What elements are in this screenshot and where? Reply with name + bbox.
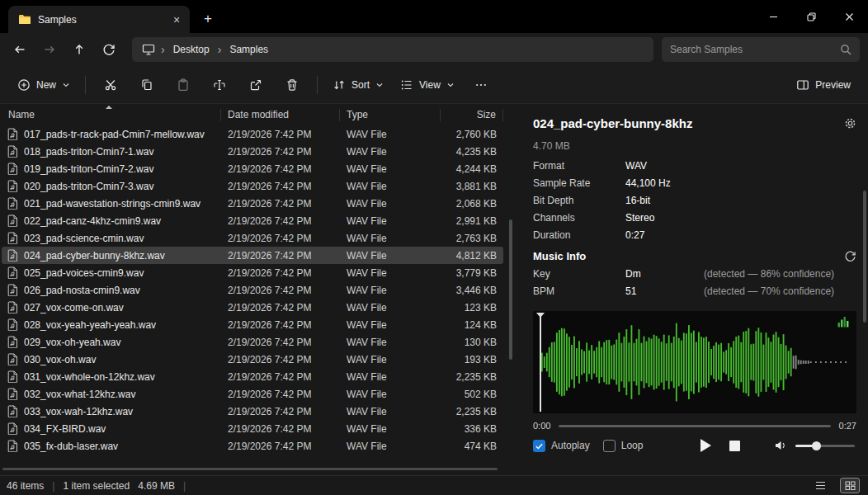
autoplay-label: Autoplay [551,440,590,451]
time-current: 0:00 [533,421,550,431]
main-area: Name Date modified Type Size 017_pads-tr… [0,104,868,475]
copy-button[interactable] [130,71,164,99]
file-row[interactable]: 023_pad-science-cmin.wav 2/19/2026 7:42 … [2,229,503,247]
file-row[interactable]: 034_FX-BIRD.wav 2/19/2026 7:42 PM WAV Fi… [2,420,503,437]
file-row[interactable]: 022_pad-canz-4khz-cmin9.wav 2/19/2026 7:… [2,212,503,229]
icons-view-button[interactable] [840,478,860,493]
file-type: WAV File [340,319,441,331]
file-row[interactable]: 028_vox-yeah-yeah-yeah.wav 2/19/2026 7:4… [2,316,503,333]
search-box[interactable] [662,37,860,62]
titlebar-drag-area [219,0,754,33]
refresh-button[interactable] [94,36,124,63]
file-row[interactable]: 024_pad-cyber-bunny-8khz.wav 2/19/2026 7… [2,247,503,264]
titlebar: Samples × + [0,0,868,33]
stop-button[interactable] [729,441,740,451]
column-header-type[interactable]: Type [340,109,441,121]
status-bar: 46 items | 1 item selected 4.69 MB | [0,475,868,495]
file-row[interactable]: 031_vox-whole-on-12khz.wav 2/19/2026 7:4… [2,368,503,385]
cut-button[interactable] [93,71,128,99]
column-header-date-modified[interactable]: Date modified [221,109,340,121]
chevron-down-icon [62,81,70,89]
explorer-window: Samples × + › [0,0,868,495]
share-button[interactable] [238,71,273,99]
loop-checkbox[interactable] [603,440,616,452]
explorer-tab[interactable]: Samples × [8,6,190,33]
tab-close-icon[interactable]: × [168,12,185,28]
file-size: 3,446 KB [441,285,503,296]
volume-slider[interactable] [795,445,855,447]
rename-icon [213,78,226,92]
file-row[interactable]: 020_pads-triton-Cmin7-3.wav 2/19/2026 7:… [2,177,503,195]
column-headers: Name Date modified Type Size [0,104,507,125]
forward-button[interactable] [35,36,64,63]
horizontal-scrollbar[interactable] [0,464,507,475]
autoplay-checkbox[interactable] [533,440,545,452]
file-type: WAV File [340,181,441,192]
volume-thumb[interactable] [812,441,821,450]
file-date-modified: 2/19/2026 7:42 PM [221,423,340,435]
sort-button[interactable]: Sort [325,71,391,99]
delete-button[interactable] [275,71,309,99]
file-row[interactable]: 019_pads-triton-Cmin7-2.wav 2/19/2026 7:… [2,160,503,177]
file-row[interactable]: 027_vox-come-on.wav 2/19/2026 7:42 PM WA… [2,299,503,316]
status-divider: | [183,480,186,492]
address-bar[interactable]: › Desktop › Samples [132,37,653,62]
horizontal-scrollbar-thumb[interactable] [2,468,498,470]
minimize-button[interactable] [754,0,792,33]
more-options-button[interactable] [464,71,498,99]
file-name: 021_pad-wavestation-strings-cmin9.wav [24,198,200,210]
file-name: 031_vox-whole-on-12khz.wav [24,371,155,383]
file-size: 2,991 KB [441,215,503,227]
new-tab-button[interactable]: + [196,7,219,31]
command-toolbar: New [0,66,868,104]
file-row[interactable]: 017_pads-tr-rack-pad-Cmin7-mellow.wav 2/… [2,125,503,143]
file-type: WAV File [340,250,441,262]
restore-button[interactable] [792,0,830,33]
file-row[interactable]: 033_vox-wah-12khz.wav 2/19/2026 7:42 PM … [2,403,503,420]
vertical-scrollbar[interactable] [507,104,515,475]
file-row[interactable]: 030_vox-oh.wav 2/19/2026 7:42 PM WAV Fil… [2,351,503,368]
view-button[interactable]: View [393,71,462,99]
speaker-icon[interactable] [774,440,788,451]
file-name: 032_vox-what-12khz.wav [24,389,135,400]
reanalyze-refresh-icon[interactable] [844,250,856,262]
rename-button[interactable] [202,71,237,99]
audio-file-icon [7,301,18,314]
preview-toggle-button[interactable]: Preview [789,71,858,99]
up-button[interactable] [64,36,94,63]
details-view-button[interactable] [810,478,830,493]
file-type: WAV File [340,163,441,175]
file-name: 022_pad-canz-4khz-cmin9.wav [24,215,161,227]
file-name: 025_pad-voices-cmin9.wav [24,267,144,279]
preview-scrollbar-thumb[interactable] [863,191,866,323]
play-button[interactable] [701,439,711,452]
file-row[interactable]: 032_vox-what-12khz.wav 2/19/2026 7:42 PM… [2,385,503,403]
file-row[interactable]: 025_pad-voices-cmin9.wav 2/19/2026 7:42 … [2,264,503,281]
file-type: WAV File [340,146,441,158]
playhead-marker[interactable] [540,313,541,412]
file-row[interactable]: 035_fx-dub-laser.wav 2/19/2026 7:42 PM W… [2,437,503,455]
column-header-name[interactable]: Name [0,109,221,121]
paste-button[interactable] [166,71,200,99]
waveform-display[interactable] [533,311,856,413]
new-button[interactable]: New [10,71,78,99]
audio-file-icon [7,440,18,452]
file-row[interactable]: 029_vox-oh-yeah.wav 2/19/2026 7:42 PM WA… [2,333,503,351]
file-row[interactable]: 026_pad-nosta-cmin9.wav 2/19/2026 7:42 P… [2,281,503,299]
column-header-size[interactable]: Size [441,109,503,121]
breadcrumb-samples[interactable]: Samples [227,43,271,56]
audio-levels-icon[interactable] [837,316,850,328]
file-row[interactable]: 018_pads-triton-Cmin7-1.wav 2/19/2026 7:… [2,143,503,160]
search-input[interactable] [670,44,833,55]
detail-label: Bit Depth [533,195,625,206]
breadcrumb-desktop[interactable]: Desktop [171,43,212,56]
gear-icon[interactable] [844,117,856,130]
seek-slider[interactable] [559,425,830,427]
sort-button-label: Sort [351,79,370,91]
detail-label: Channels [533,212,625,224]
file-row[interactable]: 021_pad-wavestation-strings-cmin9.wav 2/… [2,195,503,212]
back-button[interactable] [5,36,35,63]
waveform-bars [533,311,856,413]
vertical-scrollbar-thumb[interactable] [509,219,512,360]
close-button[interactable] [830,0,868,33]
